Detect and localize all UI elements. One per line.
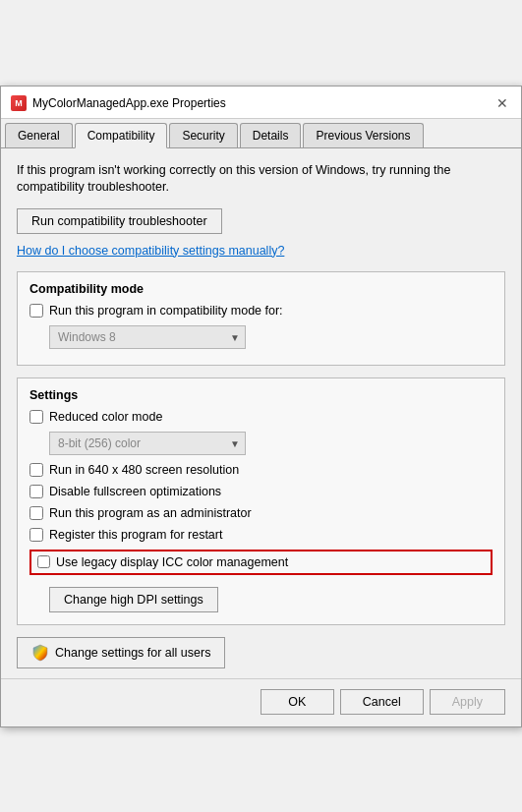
troubleshooter-button[interactable]: Run compatibility troubleshooter: [17, 208, 222, 234]
compatibility-checkbox-label: Run this program in compatibility mode f…: [49, 304, 283, 318]
shield-icon: [31, 644, 49, 662]
all-users-label: Change settings for all users: [55, 646, 210, 660]
compatibility-mode-label: Compatibility mode: [29, 282, 493, 296]
bottom-bar: OK Cancel Apply: [1, 678, 521, 726]
settings-section: Settings Reduced color mode 8-bit (256) …: [17, 377, 505, 625]
640x480-label: Run in 640 x 480 screen resolution: [49, 463, 239, 477]
properties-window: M MyColorManagedApp.exe Properties ✕ Gen…: [0, 86, 522, 727]
restart-checkbox[interactable]: [29, 528, 43, 542]
legacy-icc-checkbox[interactable]: [37, 555, 50, 568]
tab-content: If this program isn't working correctly …: [1, 148, 521, 678]
tab-general[interactable]: General: [5, 123, 73, 147]
640x480-checkbox[interactable]: [29, 463, 43, 477]
compatibility-mode-section: Compatibility mode Run this program in c…: [17, 271, 505, 366]
admin-checkbox[interactable]: [29, 506, 43, 520]
compatibility-checkbox-row: Run this program in compatibility mode f…: [29, 304, 493, 318]
reduced-color-checkbox[interactable]: [29, 410, 43, 424]
compatibility-dropdown-wrapper: Windows 8 Windows 7 Windows Vista Window…: [49, 325, 246, 349]
legacy-icc-row: Use legacy display ICC color management: [29, 550, 493, 575]
reduced-color-label: Reduced color mode: [49, 410, 162, 424]
close-button[interactable]: ✕: [493, 94, 511, 112]
restart-label: Register this program for restart: [49, 528, 222, 542]
tab-details[interactable]: Details: [240, 123, 302, 147]
compatibility-checkbox[interactable]: [29, 304, 43, 318]
reduced-color-row: Reduced color mode: [29, 410, 493, 424]
fullscreen-row: Disable fullscreen optimizations: [29, 485, 493, 498]
640x480-row: Run in 640 x 480 screen resolution: [29, 463, 493, 477]
tab-bar: General Compatibility Security Details P…: [1, 119, 521, 148]
tab-security[interactable]: Security: [169, 123, 237, 147]
cancel-button[interactable]: Cancel: [340, 689, 424, 715]
intro-text: If this program isn't working correctly …: [17, 162, 505, 197]
manual-link[interactable]: How do I choose compatibility settings m…: [17, 244, 505, 258]
window-title: MyColorManagedApp.exe Properties: [32, 96, 226, 110]
legacy-icc-label: Use legacy display ICC color management: [56, 555, 288, 569]
change-dpi-button[interactable]: Change high DPI settings: [49, 587, 218, 612]
admin-row: Run this program as an administrator: [29, 506, 493, 520]
title-bar-left: M MyColorManagedApp.exe Properties: [11, 95, 226, 111]
app-icon: M: [11, 95, 27, 111]
title-bar: M MyColorManagedApp.exe Properties ✕: [1, 87, 521, 119]
fullscreen-label: Disable fullscreen optimizations: [49, 485, 221, 498]
all-users-button[interactable]: Change settings for all users: [17, 637, 225, 668]
settings-label: Settings: [29, 388, 493, 402]
restart-row: Register this program for restart: [29, 528, 493, 542]
color-dropdown-wrapper: 8-bit (256) color 16-bit color ▼: [49, 432, 246, 455]
ok-button[interactable]: OK: [261, 689, 334, 715]
fullscreen-checkbox[interactable]: [29, 485, 43, 498]
compatibility-dropdown[interactable]: Windows 8 Windows 7 Windows Vista Window…: [49, 325, 246, 349]
tab-previous-versions[interactable]: Previous Versions: [303, 123, 423, 147]
admin-label: Run this program as an administrator: [49, 506, 252, 520]
tab-compatibility[interactable]: Compatibility: [75, 123, 168, 148]
apply-button[interactable]: Apply: [430, 689, 505, 715]
color-dropdown[interactable]: 8-bit (256) color 16-bit color: [49, 432, 246, 455]
